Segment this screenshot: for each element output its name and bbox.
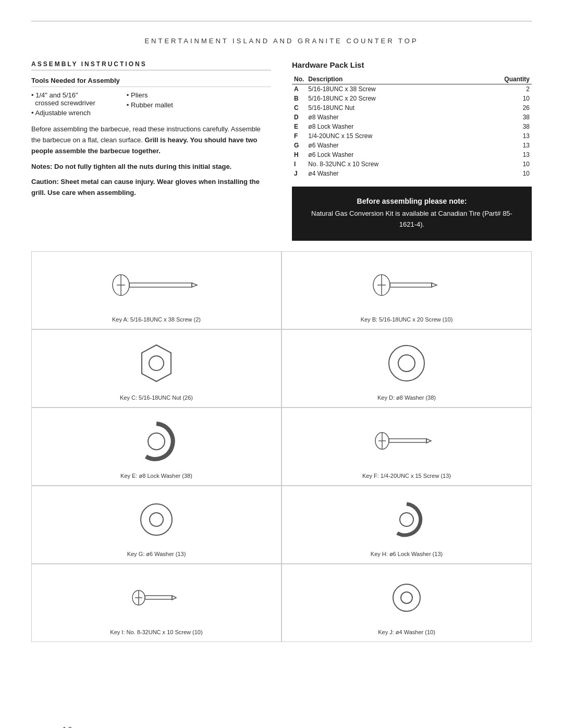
- tools-list-col1: 1/4" and 5/16" crossed screwdriver Adjus…: [31, 91, 95, 119]
- part-cell: Key A: 5/16-18UNC x 38 Screw (2): [31, 251, 282, 329]
- hw-desc: ø6 Washer: [306, 141, 468, 150]
- table-row: Hø6 Lock Washer13: [292, 150, 532, 159]
- part-cell: Key G: ø6 Washer (13): [31, 486, 282, 564]
- svg-rect-8: [390, 283, 432, 287]
- hw-desc: ø4 Washer: [306, 169, 468, 178]
- page-wrapper: ENTERTAINMENT ISLAND AND GRANITE COUNTER…: [31, 21, 532, 728]
- hw-qty: 10: [468, 159, 532, 169]
- part-cell: Key I: No. 8-32UNC x 10 Screw (10): [31, 564, 282, 642]
- part-illustration: [37, 570, 276, 626]
- part-cell: Key C: 5/16-18UNC Nut (26): [31, 329, 282, 408]
- part-cell: Key H: ø6 Lock Washer (13): [282, 486, 532, 564]
- part-label: Key D: ø8 Washer (38): [377, 394, 436, 401]
- svg-point-21: [150, 513, 163, 526]
- hardware-title: Hardware Pack List: [292, 60, 532, 69]
- parts-grid: Key A: 5/16-18UNC x 38 Screw (2) Key B: …: [31, 251, 532, 642]
- table-row: Dø8 Washer38: [292, 113, 532, 122]
- part-cell: Key B: 5/16-18UNC x 20 Screw (10): [282, 251, 532, 329]
- hw-qty: 38: [468, 113, 532, 122]
- tool-item: 1/4" and 5/16" crossed screwdriver: [31, 91, 95, 107]
- part-label: Key C: 5/16-18UNC Nut (26): [120, 394, 193, 401]
- svg-marker-27: [172, 596, 176, 600]
- hw-desc: 1/4-20UNC x 15 Screw: [306, 131, 468, 141]
- part-label: Key B: 5/16-18UNC x 20 Screw (10): [361, 316, 453, 323]
- black-box-text: Natural Gas Conversion Kit is available …: [304, 208, 519, 230]
- col-header-no: No.: [292, 75, 306, 84]
- hw-desc: ø8 Washer: [306, 113, 468, 122]
- hw-no: A: [292, 84, 306, 94]
- table-row: B5/16-18UNC x 20 Screw10: [292, 94, 532, 103]
- table-row: Eø8 Lock Washer38: [292, 122, 532, 131]
- table-row: A5/16-18UNC x 38 Screw2: [292, 84, 532, 94]
- part-illustration: [37, 335, 276, 391]
- part-label: Key G: ø6 Washer (13): [127, 551, 186, 557]
- hw-qty: 13: [468, 141, 532, 150]
- table-row: Jø4 Washer10: [292, 169, 532, 178]
- hw-qty: 10: [468, 94, 532, 103]
- part-illustration: [287, 257, 526, 313]
- two-column-layout: ASSEMBLY INSTRUCTIONS Tools Needed for A…: [31, 60, 532, 241]
- svg-rect-26: [145, 596, 172, 599]
- table-row: C5/16-18UNC Nut26: [292, 103, 532, 113]
- part-illustration: [37, 257, 276, 313]
- svg-point-29: [401, 592, 412, 603]
- col-header-qty: Quantity: [468, 75, 532, 84]
- assembly-instructions: ASSEMBLY INSTRUCTIONS Tools Needed for A…: [31, 60, 271, 241]
- hw-qty: 13: [468, 150, 532, 159]
- tools-grid: 1/4" and 5/16" crossed screwdriver Adjus…: [31, 91, 271, 119]
- tools-list-col2: Pliers Rubber mallet: [127, 91, 173, 119]
- hw-desc: ø6 Lock Washer: [306, 150, 468, 159]
- svg-marker-4: [192, 283, 197, 287]
- hw-no: H: [292, 150, 306, 159]
- table-row: F1/4-20UNC x 15 Screw13: [292, 131, 532, 141]
- hw-qty: 2: [468, 84, 532, 94]
- hw-no: B: [292, 94, 306, 103]
- svg-rect-3: [129, 283, 192, 287]
- part-illustration: [287, 413, 526, 470]
- hardware-section: Hardware Pack List No. Description Quant…: [292, 60, 532, 241]
- part-cell: Key D: ø8 Washer (38): [282, 329, 532, 408]
- hw-desc: 5/16-18UNC Nut: [306, 103, 468, 113]
- part-label: Key I: No. 8-32UNC x 10 Screw (10): [110, 629, 202, 635]
- hw-desc: No. 8-32UNC x 10 Screw: [306, 159, 468, 169]
- part-cell: Key J: ø4 Washer (10): [282, 564, 532, 642]
- part-label: Key J: ø4 Washer (10): [378, 629, 435, 635]
- svg-point-28: [393, 584, 420, 611]
- svg-marker-10: [142, 345, 171, 381]
- svg-point-11: [149, 356, 164, 371]
- svg-point-20: [141, 504, 172, 535]
- hardware-table: No. Description Quantity A5/16-18UNC x 3…: [292, 75, 532, 178]
- part-cell: Key E: ø8 Lock Washer (38): [31, 408, 282, 486]
- black-box-title: Before assembling please note:: [304, 197, 519, 205]
- page-number: 1 8: [63, 725, 72, 728]
- hw-desc: 5/16-18UNC x 38 Screw: [306, 84, 468, 94]
- svg-point-12: [389, 346, 424, 381]
- tool-item: Adjustable wrench: [31, 109, 95, 117]
- part-illustration: [287, 335, 526, 391]
- hw-desc: ø8 Lock Washer: [306, 122, 468, 131]
- part-label: Key F: 1/4-20UNC x 15 Screw (13): [362, 473, 451, 479]
- part-illustration: [287, 570, 526, 626]
- hw-no: F: [292, 131, 306, 141]
- hw-no: I: [292, 159, 306, 169]
- note-text: Notes: Do not fully tighten all the nuts…: [31, 162, 271, 172]
- part-label: Key E: ø8 Lock Washer (38): [120, 473, 192, 479]
- tool-item: Pliers: [127, 91, 173, 99]
- svg-marker-19: [426, 439, 431, 443]
- svg-marker-9: [432, 283, 437, 287]
- part-illustration: [37, 491, 276, 548]
- svg-point-14: [148, 433, 165, 450]
- part-label: Key A: 5/16-18UNC x 38 Screw (2): [112, 316, 201, 323]
- svg-point-22: [400, 513, 413, 526]
- hw-no: J: [292, 169, 306, 178]
- table-row: Gø6 Washer13: [292, 141, 532, 150]
- tool-item: Rubber mallet: [127, 101, 173, 109]
- hw-no: D: [292, 113, 306, 122]
- svg-rect-18: [389, 439, 426, 442]
- black-box: Before assembling please note: Natural G…: [292, 187, 532, 241]
- hw-qty: 10: [468, 169, 532, 178]
- part-cell: Key F: 1/4-20UNC x 15 Screw (13): [282, 408, 532, 486]
- hw-qty: 26: [468, 103, 532, 113]
- hw-desc: 5/16-18UNC x 20 Screw: [306, 94, 468, 103]
- caution-text: Caution: Sheet metal can cause injury. W…: [31, 177, 271, 199]
